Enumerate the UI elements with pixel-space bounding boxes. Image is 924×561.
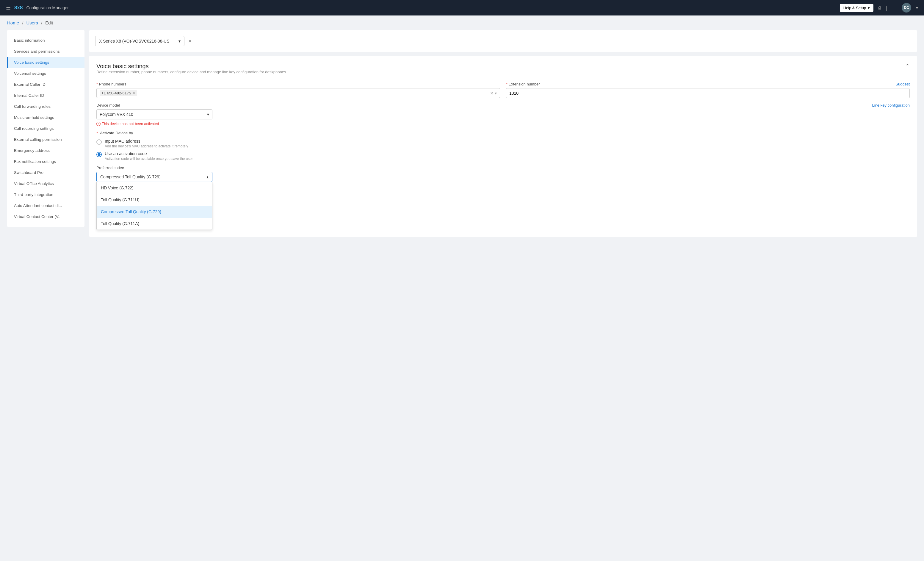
preferred-codec-section: Preferred codec Compressed Toll Quality … (96, 165, 910, 230)
extension-label-row: * Extension number Suggest (506, 82, 910, 86)
section-header: Voice basic settings Define extension nu… (96, 63, 910, 80)
phone-required-star: * (96, 82, 98, 86)
sidebar: Basic informationServices and permission… (7, 30, 84, 227)
radio-activation-code[interactable]: Use an activation code Activation code w… (96, 151, 910, 161)
phone-input[interactable]: +1 650-492-6175 ✕ ✕ ▾ (96, 88, 500, 98)
activate-device-label: * Activate Device by (96, 131, 910, 135)
codec-option-compressed-toll[interactable]: Compressed Toll Quality (G.729) (97, 206, 212, 218)
avatar[interactable]: DC (902, 3, 911, 12)
breadcrumb-users[interactable]: Users (27, 20, 38, 25)
radio-inner-dot (98, 153, 100, 156)
device-model-select[interactable]: Polycom VVX 410 ▾ (96, 109, 212, 119)
service-selector: X Series X8 (VO)-VOSVC0216-08-US ▾ ✕ (89, 30, 917, 52)
breadcrumb-current: Edit (45, 20, 53, 25)
sidebar-item-music-on-hold[interactable]: Music-on-hold settings (7, 112, 84, 123)
line-key-config-link[interactable]: Line key configuration (872, 103, 910, 107)
radio-hint-activation-code: Activation code will be available once y… (105, 156, 193, 161)
chevron-down-icon: ▾ (868, 6, 870, 10)
extension-input[interactable] (506, 88, 910, 98)
phone-tag: +1 650-492-6175 ✕ (100, 90, 137, 96)
clear-icon[interactable]: ✕ (490, 91, 494, 96)
sidebar-item-basic-information[interactable]: Basic information (7, 35, 84, 46)
codec-option-toll-quality-u[interactable]: Toll Quality (G.711U) (97, 194, 212, 206)
sidebar-item-third-party-integration[interactable]: Third-party integration (7, 189, 84, 200)
radio-input-mac[interactable]: Input MAC address Add the device's MAC a… (96, 139, 910, 148)
radio-btn-activation-code[interactable] (96, 152, 102, 157)
sidebar-item-fax-notification[interactable]: Fax notification settings (7, 156, 84, 167)
radio-label-input-mac: Input MAC address (105, 139, 188, 143)
help-setup-button[interactable]: Help & Setup ▾ (840, 4, 874, 12)
voice-basic-settings-card: Voice basic settings Define extension nu… (89, 56, 917, 237)
sidebar-item-call-forwarding-rules[interactable]: Call forwarding rules (7, 101, 84, 112)
account-chevron-icon[interactable]: ▾ (916, 5, 918, 10)
activate-device-section: * Activate Device by Input MAC address A… (96, 131, 910, 161)
logo: 8x8 (14, 5, 22, 11)
collapse-icon[interactable]: ⌃ (905, 63, 910, 69)
device-model-label: Device model (96, 103, 120, 107)
phone-tag-remove-icon[interactable]: ✕ (132, 91, 135, 95)
phone-number-value: +1 650-492-6175 (102, 91, 131, 95)
device-dropdown-icon: ▾ (207, 112, 209, 117)
main-content: X Series X8 (VO)-VOSVC0216-08-US ▾ ✕ Voi… (89, 30, 917, 554)
codec-options-list: HD Voice (G.722) Toll Quality (G.711U) C… (96, 182, 212, 230)
radio-btn-input-mac[interactable] (96, 139, 102, 145)
grid-icon[interactable]: ⋯ (892, 5, 897, 11)
device-error: ! This device has not been activated (96, 122, 910, 126)
sidebar-item-virtual-contact-center[interactable]: Virtual Contact Center (V... (7, 211, 84, 222)
activate-required-star: * (96, 131, 98, 135)
codec-option-toll-quality-a[interactable]: Toll Quality (G.711A) (97, 218, 212, 230)
topnav: ☰ 8x8 Configuration Manager Help & Setup… (0, 0, 924, 15)
codec-selected-value: Compressed Toll Quality (G.729) (100, 174, 160, 179)
breadcrumb-home[interactable]: Home (7, 20, 19, 25)
breadcrumb-sep-2: / (41, 20, 42, 25)
main-layout: Basic informationServices and permission… (0, 30, 924, 561)
breadcrumb: Home / Users / Edit (0, 15, 924, 30)
sidebar-item-voicemail-settings[interactable]: Voicemail settings (7, 68, 84, 79)
section-subtitle: Define extension number, phone numbers, … (96, 70, 287, 74)
extension-label: Extension number (509, 82, 540, 86)
device-model-value: Polycom VVX 410 (100, 112, 133, 117)
radio-hint-input-mac: Add the device's MAC address to activate… (105, 144, 188, 148)
codec-option-hd-voice[interactable]: HD Voice (G.722) (97, 182, 212, 194)
hamburger-icon[interactable]: ☰ (6, 5, 11, 11)
codec-dropdown-up-icon: ▴ (207, 174, 208, 179)
suggest-link[interactable]: Suggest (896, 82, 910, 86)
extension-required-star: * (506, 82, 507, 86)
extension-group: * Extension number Suggest (506, 82, 910, 98)
radio-group: Input MAC address Add the device's MAC a… (96, 139, 910, 161)
logo-text: 8x8 (14, 5, 22, 11)
sidebar-item-auto-attendant[interactable]: Auto Attendant contact di... (7, 200, 84, 211)
device-model-row: Device model Line key configuration (96, 103, 910, 107)
codec-dropdown[interactable]: Compressed Toll Quality (G.729) ▴ (96, 172, 212, 182)
divider: | (886, 5, 887, 11)
sidebar-item-emergency-address[interactable]: Emergency address (7, 145, 84, 156)
phone-numbers-label: * Phone numbers (96, 82, 500, 86)
dropdown-arrow-icon: ▾ (178, 39, 181, 44)
service-close-icon[interactable]: ✕ (188, 38, 192, 44)
sidebar-item-voice-basic-settings[interactable]: Voice basic settings (7, 57, 84, 68)
sidebar-item-external-calling[interactable]: External calling permission (7, 134, 84, 145)
phone-input-icons: ✕ ▾ (490, 91, 497, 96)
breadcrumb-sep-1: / (22, 20, 23, 25)
service-dropdown[interactable]: X Series X8 (VO)-VOSVC0216-08-US ▾ (95, 36, 184, 46)
radio-label-activation-code: Use an activation code (105, 151, 193, 156)
phone-extension-row: * Phone numbers +1 650-492-6175 ✕ ✕ ▾ (96, 82, 910, 98)
service-selected-value: X Series X8 (VO)-VOSVC0216-08-US (99, 39, 170, 44)
compose-icon[interactable]: ⎙ (878, 5, 881, 11)
help-setup-label: Help & Setup (843, 6, 866, 10)
sidebar-item-external-caller-id[interactable]: External Caller ID (7, 79, 84, 90)
sidebar-item-services-permissions[interactable]: Services and permissions (7, 46, 84, 57)
sidebar-item-call-recording[interactable]: Call recording settings (7, 123, 84, 134)
dropdown-arrow-icon-2[interactable]: ▾ (495, 91, 497, 96)
app-title: Configuration Manager (26, 5, 68, 10)
sidebar-item-switchboard-pro[interactable]: Switchboard Pro (7, 167, 84, 178)
sidebar-item-internal-caller-id[interactable]: Internal Caller ID (7, 90, 84, 101)
codec-label: Preferred codec (96, 165, 910, 170)
phone-numbers-group: * Phone numbers +1 650-492-6175 ✕ ✕ ▾ (96, 82, 500, 98)
sidebar-item-virtual-office-analytics[interactable]: Virtual Office Analytics (7, 178, 84, 189)
section-title: Voice basic settings (96, 63, 287, 70)
error-circle-icon: ! (96, 122, 100, 126)
